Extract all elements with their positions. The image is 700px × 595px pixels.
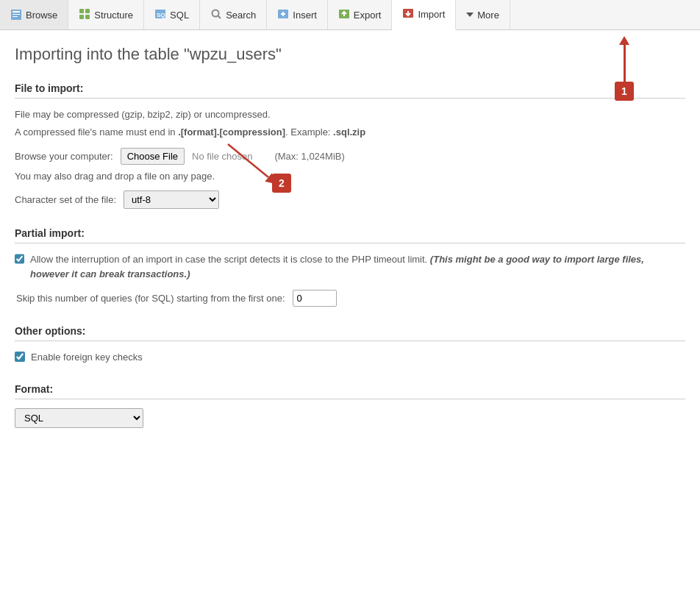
sql-icon: SQL xyxy=(154,8,166,22)
partial-checkbox-row: Allow the interruption of an import in c… xyxy=(15,252,685,281)
nav-import[interactable]: Import xyxy=(392,0,456,30)
annotation-1-arrow: 1 xyxy=(615,36,634,101)
choose-file-button[interactable]: Choose File xyxy=(121,148,185,165)
svg-rect-3 xyxy=(12,16,18,17)
file-line1: File may be compressed (gzip, bzip2, zip… xyxy=(15,107,685,122)
marker-1-badge: 1 xyxy=(615,82,634,101)
partial-section: Partial import: Allow the interruption o… xyxy=(15,227,685,307)
drag-drop-label: You may also drag and drop a file on any… xyxy=(15,171,685,182)
other-section-header: Other options: xyxy=(15,325,685,341)
charset-select[interactable]: utf-8 utf-16 latin1 armscii8 ascii xyxy=(124,190,219,209)
import-icon xyxy=(402,7,414,21)
foreign-key-checkbox[interactable] xyxy=(15,352,25,362)
partial-checkbox-text: Allow the interruption of an import in c… xyxy=(30,254,427,265)
nav-insert[interactable]: Insert xyxy=(267,0,328,29)
nav-export[interactable]: Export xyxy=(328,0,393,29)
svg-rect-1 xyxy=(12,11,20,13)
svg-line-20 xyxy=(228,144,268,177)
svg-rect-4 xyxy=(79,9,84,13)
search-icon xyxy=(210,8,222,22)
svg-text:SQL: SQL xyxy=(157,12,166,18)
nav-structure[interactable]: Structure xyxy=(68,0,144,29)
charset-row: Character set of the file: utf-8 utf-16 … xyxy=(15,190,685,209)
nav-more-label: More xyxy=(477,10,499,21)
nav-structure-label: Structure xyxy=(94,10,133,21)
file-section-header: File to import: xyxy=(15,82,685,99)
nav-sql[interactable]: SQL SQL xyxy=(144,0,200,29)
file-line2-example: .sql.zip xyxy=(333,127,365,138)
more-dropdown-icon xyxy=(466,10,474,21)
file-line2-bold: .[format].[compression] xyxy=(178,127,285,138)
svg-rect-2 xyxy=(12,14,20,15)
skip-label: Skip this number of queries (for SQL) st… xyxy=(16,293,285,304)
skip-row: Skip this number of queries (for SQL) st… xyxy=(15,290,685,307)
nav-import-label: Import xyxy=(418,9,445,20)
structure-icon xyxy=(79,8,90,22)
foreign-key-row: Enable foreign key checks xyxy=(15,350,685,365)
nav-more[interactable]: More xyxy=(456,0,510,29)
file-line2-suffix: . Example: xyxy=(285,127,333,138)
marker-2-badge: 2 xyxy=(272,174,291,193)
nav-sql-label: SQL xyxy=(170,10,189,21)
nav-export-label: Export xyxy=(354,10,382,21)
file-section: File to import: File may be compressed (… xyxy=(15,82,685,209)
format-select[interactable]: SQL CSV CSV using LOAD DATA ODS Shp xyxy=(15,408,143,428)
nav-search[interactable]: Search xyxy=(200,0,267,29)
partial-checkbox[interactable] xyxy=(15,254,24,264)
skip-input[interactable] xyxy=(293,290,337,307)
svg-point-10 xyxy=(213,10,219,16)
partial-section-header: Partial import: xyxy=(15,227,685,243)
browse-computer-label: Browse your computer: xyxy=(15,151,113,162)
svg-line-11 xyxy=(218,15,221,18)
nav-insert-label: Insert xyxy=(293,10,317,21)
arrow-head-up xyxy=(619,36,629,45)
nav-bar: Browse Structure SQL SQL Search Insert E… xyxy=(0,0,700,30)
foreign-key-label: Enable foreign key checks xyxy=(31,350,143,365)
file-line2: A compressed file's name must end in .[f… xyxy=(15,125,685,140)
file-line2-prefix: A compressed file's name must end in xyxy=(15,127,178,138)
browse-icon xyxy=(10,9,22,21)
arrow-shaft-up xyxy=(624,45,626,82)
nav-browse-label: Browse xyxy=(26,10,57,21)
partial-checkbox-label: Allow the interruption of an import in c… xyxy=(30,252,685,281)
format-section: Format: SQL CSV CSV using LOAD DATA ODS … xyxy=(15,383,685,428)
page-title: Importing into the table "wpzu_users" xyxy=(15,45,685,64)
svg-rect-7 xyxy=(85,15,90,19)
other-section: Other options: Enable foreign key checks xyxy=(15,325,685,365)
svg-marker-19 xyxy=(466,13,474,17)
svg-rect-6 xyxy=(79,15,84,19)
main-content: 1 Importing into the table "wpzu_users" … xyxy=(0,30,700,461)
export-icon xyxy=(338,8,350,22)
nav-search-label: Search xyxy=(226,10,256,21)
annotation-2-container: 2 xyxy=(228,144,294,190)
charset-label: Character set of the file: xyxy=(15,194,116,205)
nav-browse[interactable]: Browse xyxy=(0,0,68,29)
svg-rect-5 xyxy=(85,9,90,13)
insert-icon xyxy=(277,8,289,22)
file-input-row: Browse your computer: Choose File No fil… xyxy=(15,148,685,165)
format-section-header: Format: xyxy=(15,383,685,399)
